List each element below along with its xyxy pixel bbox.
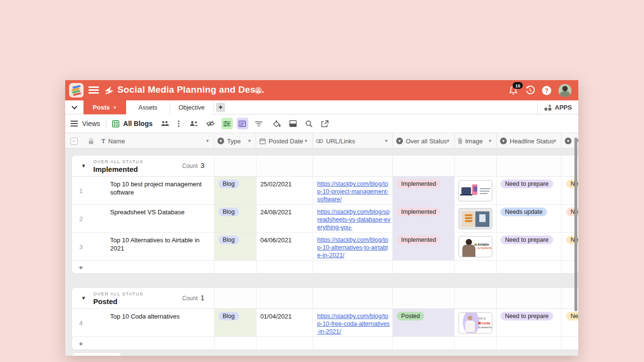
headline-badge[interactable]: Need to prepare bbox=[501, 312, 553, 320]
type-cell[interactable]: Blog bbox=[215, 309, 257, 336]
tab-posts[interactable]: Posts▼ bbox=[84, 100, 126, 114]
status-badge[interactable]: Implemented bbox=[397, 236, 440, 244]
url-link[interactable]: https://stackby.com/blog/top-10-project-… bbox=[317, 180, 391, 203]
partial-badge[interactable]: Nee bbox=[566, 312, 578, 320]
name-cell[interactable]: 2 Spreadsheet VS Database bbox=[72, 205, 215, 232]
type-cell[interactable]: Blog bbox=[215, 205, 257, 232]
vertical-scrollbar[interactable] bbox=[574, 138, 577, 311]
url-link[interactable]: https://stackby.com/blog/top-10-alternat… bbox=[317, 236, 391, 259]
table-row[interactable]: 3 Top 10 Alternatives to Airtable in 202… bbox=[72, 233, 578, 261]
column-header-overall-status[interactable]: ▼ Over all Status ▼ bbox=[393, 133, 455, 149]
row-height-icon[interactable] bbox=[287, 118, 299, 129]
url-link[interactable]: https://stackby.com/blog/spreadsheets-vs… bbox=[317, 208, 391, 231]
date-column-menu-caret[interactable]: ▼ bbox=[304, 139, 308, 143]
headline-status-cell[interactable]: Need to prepare bbox=[497, 177, 561, 204]
name-cell[interactable]: 3 Top 10 Alternatives to Airtable in 202… bbox=[72, 233, 215, 260]
help-icon[interactable]: ? bbox=[542, 86, 551, 95]
url-cell[interactable]: https://stackby.com/blog/top-10-free-cod… bbox=[313, 309, 393, 336]
table-row[interactable]: 2 Spreadsheet VS Database Blog 24/08/202… bbox=[72, 205, 578, 233]
column-header-posted-date[interactable]: Posted Date ▼ bbox=[256, 133, 313, 149]
collapse-tabs-chevron-icon[interactable] bbox=[65, 100, 84, 114]
overall-status-cell[interactable]: Posted bbox=[393, 309, 455, 336]
name-cell[interactable]: 1 Top 10 best project management softwar… bbox=[72, 177, 215, 204]
collaborators-icon[interactable] bbox=[159, 118, 171, 129]
row-thumbnail[interactable] bbox=[458, 180, 492, 201]
type-badge[interactable]: Blog bbox=[218, 180, 239, 188]
overall-status-cell[interactable]: Implemented bbox=[393, 233, 455, 260]
type-badge[interactable]: Blog bbox=[218, 208, 239, 216]
headline-badge[interactable]: Need to prepare bbox=[501, 236, 553, 244]
overall-status-cell[interactable]: Implemented bbox=[393, 205, 455, 232]
name-cell[interactable]: 4 Top 10 Coda alternatives bbox=[72, 309, 215, 336]
column-header-url[interactable]: URL/Links ▼ bbox=[313, 133, 393, 149]
overall-status-cell[interactable]: Implemented bbox=[393, 177, 455, 204]
notifications-bell-icon[interactable]: 15 bbox=[509, 85, 518, 95]
table-row[interactable]: 1 Top 10 best project management softwar… bbox=[72, 177, 578, 205]
headline-status-cell[interactable]: Need to prepare bbox=[497, 233, 561, 260]
current-view-button[interactable]: All Blogs bbox=[112, 120, 153, 127]
headline-badge[interactable]: Needs update bbox=[501, 208, 547, 216]
column-header-headline-status[interactable]: ▼ Headline Status ▼ bbox=[497, 133, 561, 149]
collapse-group-triangle-icon[interactable]: ▼ bbox=[81, 295, 86, 301]
url-cell[interactable]: https://stackby.com/blog/spreadsheets-vs… bbox=[313, 205, 393, 232]
status-badge[interactable]: Implemented bbox=[397, 180, 440, 188]
add-row-button[interactable]: + bbox=[72, 337, 578, 350]
user-avatar[interactable] bbox=[558, 84, 572, 97]
tab-objective[interactable]: Objective bbox=[170, 100, 214, 114]
status-badge[interactable]: Implemented bbox=[397, 208, 440, 216]
type-badge[interactable]: Blog bbox=[218, 312, 239, 320]
url-link[interactable]: https://stackby.com/blog/top-10-free-cod… bbox=[317, 312, 391, 335]
tab-assets[interactable]: Assets bbox=[126, 100, 170, 114]
posted-date-cell[interactable]: 25/02/2021 bbox=[257, 177, 313, 204]
hide-fields-eye-icon[interactable] bbox=[205, 118, 216, 129]
fill-color-icon[interactable] bbox=[271, 118, 283, 129]
url-cell[interactable]: https://stackby.com/blog/top-10-project-… bbox=[313, 177, 393, 204]
search-icon[interactable] bbox=[303, 118, 315, 129]
form-view-icon[interactable] bbox=[237, 118, 248, 129]
name-column-menu-caret[interactable]: ▼ bbox=[205, 139, 210, 143]
image-cell[interactable] bbox=[455, 177, 497, 204]
views-menu-button[interactable]: Views bbox=[71, 120, 100, 127]
plus-icon[interactable]: + bbox=[79, 263, 83, 271]
image-cell[interactable] bbox=[455, 205, 497, 232]
more-options-kebab-icon[interactable] bbox=[173, 118, 185, 129]
headline-badge[interactable]: Need to prepare bbox=[501, 180, 553, 188]
menu-hamburger-icon[interactable] bbox=[88, 86, 99, 94]
status-column-menu-caret[interactable]: ▼ bbox=[446, 139, 450, 143]
info-icon[interactable]: i bbox=[255, 87, 262, 94]
stack-title[interactable]: Social Media Planning and Des… bbox=[117, 84, 265, 95]
url-column-menu-caret[interactable]: ▼ bbox=[384, 139, 388, 143]
column-header-name[interactable]: ✓ T Name ▼ bbox=[65, 133, 214, 149]
status-badge[interactable]: Posted bbox=[397, 312, 424, 320]
history-icon[interactable] bbox=[525, 85, 535, 95]
row-thumbnail[interactable]: Airtable ALTERNATIVES bbox=[458, 236, 492, 257]
row-name[interactable]: Top 10 Coda alternatives bbox=[110, 312, 206, 320]
add-row-button[interactable]: + bbox=[72, 261, 578, 274]
column-header-type[interactable]: ▼ Type ▼ bbox=[214, 133, 256, 149]
image-cell[interactable]: TOP 10 coda ALTERNATIVES bbox=[455, 309, 497, 336]
posted-date-cell[interactable]: 04/06/2021 bbox=[257, 233, 313, 260]
type-column-menu-caret[interactable]: ▼ bbox=[247, 139, 252, 143]
table-row[interactable]: 4 Top 10 Coda alternatives Blog 01/04/20… bbox=[72, 309, 578, 337]
posted-date-cell[interactable]: 24/08/2021 bbox=[257, 205, 313, 232]
image-cell[interactable]: Airtable ALTERNATIVES bbox=[455, 233, 497, 260]
row-name[interactable]: Spreadsheet VS Database bbox=[110, 208, 206, 216]
headline-status-cell[interactable]: Needs update bbox=[497, 205, 561, 232]
plus-icon[interactable]: + bbox=[79, 339, 83, 348]
posted-date-cell[interactable]: 01/04/2021 bbox=[257, 309, 313, 336]
image-column-menu-caret[interactable]: ▼ bbox=[488, 139, 492, 143]
partial-status-cell[interactable]: Nee bbox=[561, 309, 578, 336]
headline-status-cell[interactable]: Need to prepare bbox=[497, 309, 561, 336]
column-header-image[interactable]: Image ▼ bbox=[455, 133, 497, 149]
group-settings-sliders-icon[interactable] bbox=[221, 118, 233, 129]
row-name[interactable]: Top 10 best project management software bbox=[110, 180, 206, 196]
row-name[interactable]: Top 10 Alternatives to Airtable in 2021 bbox=[110, 236, 206, 252]
type-badge[interactable]: Blog bbox=[218, 236, 239, 244]
stackby-logo-icon[interactable] bbox=[69, 83, 84, 97]
add-table-button[interactable]: + bbox=[216, 103, 225, 112]
share-members-icon[interactable] bbox=[188, 118, 200, 129]
type-cell[interactable]: Blog bbox=[215, 177, 257, 204]
select-all-checkbox[interactable]: ✓ bbox=[71, 138, 78, 145]
tab-posts-caret-icon[interactable]: ▼ bbox=[113, 105, 117, 110]
collapse-group-triangle-icon[interactable]: ▼ bbox=[81, 163, 86, 168]
